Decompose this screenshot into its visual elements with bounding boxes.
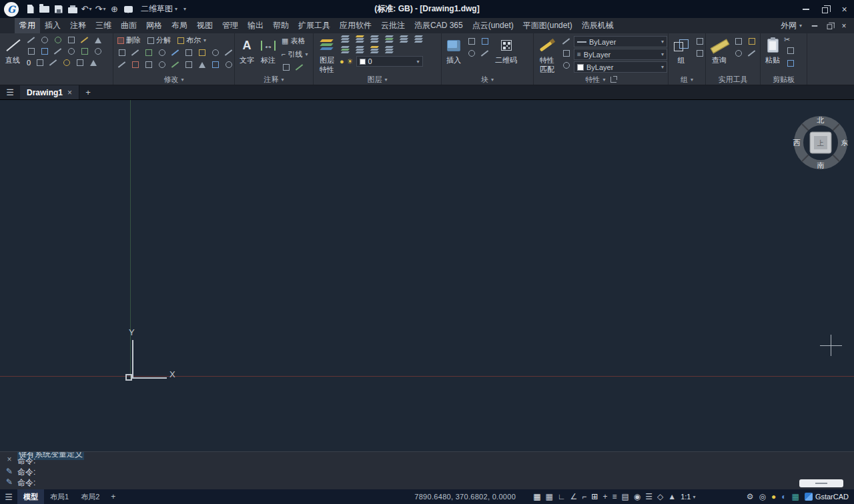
layer-state-icon[interactable] [340,35,352,43]
ribbon-tab-output[interactable]: 输出 [243,18,268,33]
modify-tool-icon[interactable] [195,47,208,58]
doc-minimize-button[interactable] [809,19,821,33]
ribbon-tab-pointcloud[interactable]: 点云(undet) [468,18,518,33]
view-compass[interactable]: 上 北 南 西 东 [791,113,850,172]
match-properties-button[interactable]: 特性 匹配 [536,35,558,73]
annotate-tool-icon[interactable] [280,62,292,73]
lineweight-toggle-icon[interactable]: ≡ [612,493,616,501]
undo-button[interactable]: ↶▾ [79,1,93,17]
new-layout-button[interactable]: + [105,492,121,501]
command-prompt-line-1[interactable]: 命令: [17,456,35,465]
comment-button[interactable] [121,1,135,17]
layer-state-icon[interactable] [413,35,425,43]
drawing-canvas[interactable]: Y X 上 北 南 西 东 [0,100,854,451]
insert-block-button[interactable]: 插入 [444,35,464,64]
layer-on-bulb-icon[interactable]: ● [340,58,344,65]
dimension-button[interactable]: ↔ 标注 [258,35,278,64]
block-tool-icon[interactable] [478,48,491,59]
compass-south-label[interactable]: 南 [817,161,825,169]
ribbon-tab-mesh[interactable]: 网格 [141,18,167,33]
isolate-objects-icon[interactable]: ◇ [657,493,663,501]
explode-button[interactable]: 分解 [145,35,173,46]
command-edit-icon-2[interactable]: ✎ [5,477,14,487]
ribbon-tab-apps[interactable]: 应用软件 [335,18,376,33]
draw-tool-icon[interactable] [65,35,77,45]
modify-tool-icon[interactable] [169,47,181,58]
draw-tool-icon[interactable] [38,35,51,45]
measure-button[interactable]: 查询 [708,35,731,64]
layer-state-icon[interactable] [384,35,396,43]
annotation-visibility-icon[interactable]: ▲ [668,493,676,501]
draw-tool-icon[interactable] [25,35,37,45]
selection-cycling-toggle-icon[interactable]: ◉ [634,493,640,501]
draw-tool-icon[interactable] [78,46,91,57]
group-tool-icon[interactable] [693,36,706,47]
modify-tool-icon[interactable] [182,47,195,58]
panel-label-group[interactable]: 组▾ [669,74,705,85]
draw-tool-icon[interactable] [65,46,77,57]
clean-screen-icon[interactable]: ◎ [759,493,766,501]
panel-label-block[interactable]: 块▾ [442,74,533,85]
modify-tool-icon[interactable] [195,59,208,70]
modify-tool-icon[interactable] [222,59,235,70]
annotate-tool-icon[interactable] [293,62,306,73]
properties-tool-icon[interactable] [560,60,572,71]
cut-scissors-icon[interactable]: ✂ [784,36,797,43]
panel-label-clipboard[interactable]: 剪贴板 [761,74,807,85]
draw-tool-icon[interactable] [60,57,73,68]
table-button[interactable]: ▦表格 [280,35,310,47]
panel-label-layers[interactable]: 图层▾ [314,75,441,85]
ribbon-tab-annotate[interactable]: 注释 [65,18,91,33]
layout1-tab[interactable]: 布局1 [44,489,75,504]
new-document-tab-button[interactable]: + [79,85,97,99]
block-tool-icon[interactable] [465,48,478,59]
ribbon-tab-manage[interactable]: 管理 [218,18,243,33]
erase-button[interactable]: 删除 [115,35,143,46]
layer-state-icon[interactable] [384,45,396,54]
command-scrollbar-thumb[interactable] [799,479,843,487]
text-tool-button[interactable]: A 文字 [237,35,257,64]
ribbon-tab-cad365[interactable]: 浩辰CAD 365 [410,18,468,33]
leader-button[interactable]: ⌐引线▾ [280,49,310,60]
ribbon-tab-layout[interactable]: 布局 [167,18,192,33]
draw-tool-icon[interactable] [78,35,91,45]
block-tool-icon[interactable] [465,36,478,47]
draw-tool-icon[interactable] [87,57,99,68]
compass-east-label[interactable]: 东 [841,139,849,147]
modify-tool-icon[interactable] [142,59,155,70]
ribbon-tab-planview[interactable]: 平面图(undet) [518,18,577,33]
ribbon-tab-home[interactable]: 常用 [15,18,40,33]
ribbon-tab-view[interactable]: 视图 [192,18,218,33]
utility-tool-icon[interactable] [745,36,758,47]
layer-state-icon[interactable] [354,35,366,43]
settings-gear-icon[interactable]: ⚙ [747,493,754,501]
minimize-button[interactable] [796,0,815,18]
lineweight-dropdown[interactable]: ByLayer ▾ [574,36,667,47]
draw-tool-icon[interactable] [73,57,86,68]
draw-tool-icon[interactable] [51,46,64,57]
ribbon-tab-express[interactable]: 扩展工具 [294,18,335,33]
modify-tool-icon[interactable] [169,59,181,70]
properties-dialog-launcher-icon[interactable] [610,77,616,83]
draw-tool-icon[interactable] [91,46,104,57]
modify-tool-icon[interactable] [129,47,141,58]
utility-tool-icon[interactable] [732,48,745,59]
panel-label-annotate[interactable]: 注释▾ [235,74,313,85]
ribbon-tab-3d[interactable]: 三维 [91,18,116,33]
draw-tool-icon[interactable] [91,35,104,45]
layer-state-icon[interactable] [369,35,381,43]
ribbon-tab-cloud-markup[interactable]: 云批注 [376,18,410,33]
document-menu-button[interactable]: ☰ [0,85,20,99]
qrcode-button[interactable]: 二维码 [492,35,520,64]
save-button[interactable] [51,1,65,17]
layer-state-icon[interactable] [354,45,366,54]
ortho-toggle-icon[interactable]: ∟ [558,493,566,501]
theme-toggle-icon[interactable]: ◐ [781,493,786,501]
compass-west-label[interactable]: 西 [793,139,801,147]
modify-tool-icon[interactable] [129,59,141,70]
layer-state-icon[interactable] [398,35,410,43]
command-edit-icon[interactable]: ✎ [5,467,14,476]
draw-tool-icon[interactable] [47,57,59,68]
draw-tool-icon[interactable] [51,35,64,45]
layer-thaw-sun-icon[interactable]: ☀ [347,58,354,65]
